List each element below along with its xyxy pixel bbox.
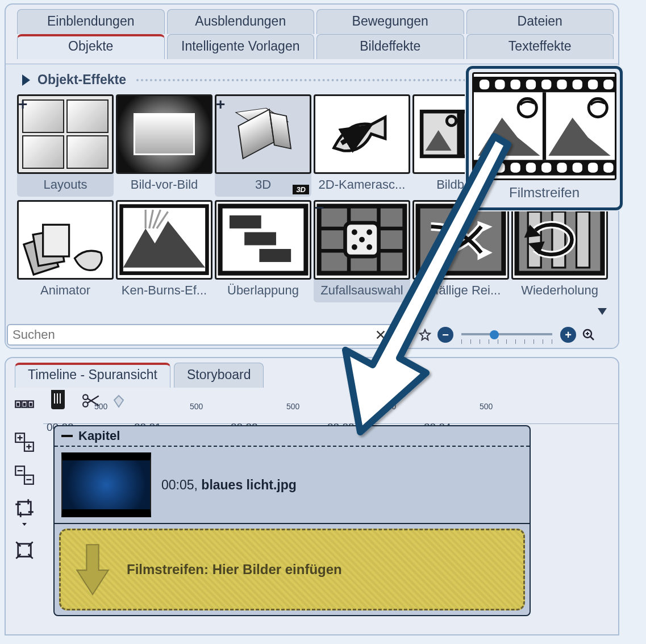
effect-zufallsauswahl[interactable]: − Zufallsauswahl bbox=[314, 200, 410, 302]
ruler-label: 500 bbox=[480, 402, 493, 411]
plus-icon: + bbox=[18, 95, 27, 114]
effect-bild-vor-bild[interactable]: Bild-vor-Bild bbox=[116, 94, 212, 197]
svg-rect-24 bbox=[528, 212, 541, 268]
svg-rect-42 bbox=[510, 163, 520, 172]
svg-point-20 bbox=[366, 244, 372, 250]
svg-rect-44 bbox=[541, 163, 551, 172]
effect-label: Animator bbox=[17, 280, 114, 302]
ruler-label: 500 bbox=[94, 402, 107, 411]
tab-storyboard[interactable]: Storyboard bbox=[174, 363, 264, 388]
effect-zufaellige-reihenfolge[interactable]: Zufällige Rei... bbox=[412, 200, 509, 302]
effect-label: Filmstreifen bbox=[472, 180, 616, 205]
svg-rect-57 bbox=[30, 403, 32, 406]
effect-animator[interactable]: Animator bbox=[17, 200, 114, 302]
svg-point-19 bbox=[352, 244, 357, 250]
svg-rect-25 bbox=[552, 212, 565, 268]
clip-label: 00:05, blaues licht.jpg bbox=[161, 477, 297, 493]
effect-label: Zufallsauswahl bbox=[314, 280, 410, 302]
svg-rect-31 bbox=[480, 80, 489, 89]
svg-rect-38 bbox=[588, 80, 598, 89]
svg-point-17 bbox=[352, 230, 357, 235]
svg-rect-33 bbox=[510, 80, 520, 89]
collapse-icon[interactable] bbox=[22, 74, 30, 86]
svg-rect-8 bbox=[230, 215, 261, 228]
svg-rect-55 bbox=[17, 403, 20, 406]
effect-label: Überlappung bbox=[215, 280, 311, 302]
ruler-label: 500 bbox=[383, 402, 396, 411]
effect-3d[interactable]: + 3D 3D bbox=[215, 94, 311, 197]
timeline-tabs: Timeline - Spuransicht Storyboard bbox=[15, 363, 618, 388]
effect-label: Layouts bbox=[17, 174, 114, 197]
svg-rect-43 bbox=[526, 163, 536, 172]
tab-bildeffekte[interactable]: Bildeffekte bbox=[316, 34, 464, 59]
dropzone-text: Filmstreifen: Hier Bilder einfügen bbox=[127, 562, 342, 577]
zoom-slider[interactable] bbox=[461, 327, 552, 343]
section-title: Objekt-Effekte bbox=[37, 72, 126, 88]
tab-bewegungen[interactable]: Bewegungen bbox=[316, 9, 464, 34]
ruler-label: 500 bbox=[190, 402, 203, 411]
tab-ausblendungen[interactable]: Ausblendungen bbox=[167, 9, 315, 34]
svg-rect-36 bbox=[557, 80, 566, 89]
clip-thumbnail[interactable] bbox=[61, 452, 151, 517]
tab-dateien[interactable]: Dateien bbox=[466, 9, 614, 34]
tabs-row-1: Einblendungen Ausblendungen Bewegungen D… bbox=[17, 9, 614, 34]
tab-timeline-spuransicht[interactable]: Timeline - Spuransicht bbox=[15, 363, 170, 388]
effect-label: Ken-Burns-Ef... bbox=[116, 280, 212, 302]
tab-objekte[interactable]: Objekte bbox=[17, 34, 165, 59]
dropdown-icon[interactable] bbox=[399, 328, 412, 342]
favorite-icon[interactable] bbox=[418, 328, 432, 342]
effect-2d-kameraschwenk[interactable]: 2D-Kamerasc... bbox=[314, 94, 410, 197]
chapter-block[interactable]: Kapitel 00:05, blaues licht.jpg Filmstre… bbox=[53, 425, 531, 616]
svg-rect-10 bbox=[259, 249, 291, 262]
chapter-title: Kapitel bbox=[78, 429, 120, 443]
effect-label: 2D-Kamerasc... bbox=[314, 174, 410, 197]
tab-einblendungen[interactable]: Einblendungen bbox=[17, 9, 165, 34]
effect-ken-burns[interactable]: Ken-Burns-Ef... bbox=[116, 200, 212, 302]
clip-duration: 00:05, bbox=[161, 477, 198, 492]
search-input[interactable] bbox=[12, 327, 374, 342]
tracks-icon[interactable] bbox=[14, 399, 35, 419]
search-box[interactable] bbox=[7, 324, 393, 346]
crop-icon[interactable] bbox=[14, 498, 35, 527]
effect-filmstreifen[interactable]: Filmstreifen bbox=[466, 66, 623, 210]
zoom-in-button[interactable]: + bbox=[560, 327, 576, 343]
timeline-panel: Timeline - Spuransicht Storyboard 00:00 … bbox=[5, 357, 619, 635]
svg-rect-45 bbox=[557, 163, 566, 172]
timeline-ruler[interactable]: 00:00 500 00:01 500 00:02 500 00:03 500 … bbox=[43, 391, 618, 424]
scroll-down-icon[interactable] bbox=[598, 308, 607, 315]
collapse-icon[interactable] bbox=[61, 435, 73, 437]
clip-filename: blaues licht.jpg bbox=[201, 477, 296, 492]
zoom-out-button[interactable]: − bbox=[437, 327, 453, 343]
filmstreifen-dropzone[interactable]: Filmstreifen: Hier Bilder einfügen bbox=[59, 529, 525, 610]
svg-rect-22 bbox=[418, 206, 504, 273]
svg-point-21 bbox=[359, 237, 365, 243]
fit-icon[interactable] bbox=[14, 540, 35, 560]
clear-icon[interactable] bbox=[374, 328, 387, 342]
svg-point-18 bbox=[366, 230, 372, 235]
add-track-icon[interactable] bbox=[14, 432, 35, 452]
remove-track-icon[interactable] bbox=[14, 465, 35, 485]
svg-rect-34 bbox=[526, 80, 536, 89]
svg-rect-40 bbox=[480, 163, 489, 172]
chapter-header[interactable]: Kapitel bbox=[55, 426, 530, 447]
timeline-main: 00:00 500 00:01 500 00:02 500 00:03 500 … bbox=[43, 391, 618, 634]
svg-rect-41 bbox=[495, 163, 505, 172]
svg-rect-47 bbox=[588, 163, 598, 172]
tab-texteffekte[interactable]: Texteffekte bbox=[466, 34, 614, 59]
marker-icon[interactable] bbox=[111, 394, 126, 408]
clip-row[interactable]: 00:05, blaues licht.jpg bbox=[55, 447, 530, 524]
tab-intelligente-vorlagen[interactable]: Intelligente Vorlagen bbox=[167, 34, 315, 59]
svg-rect-56 bbox=[23, 403, 26, 406]
effect-ueberlappung[interactable]: Überlappung bbox=[215, 200, 311, 302]
svg-rect-5 bbox=[43, 225, 69, 257]
svg-rect-46 bbox=[573, 163, 582, 172]
timeline-tools bbox=[6, 391, 43, 634]
playhead-icon[interactable] bbox=[51, 390, 65, 409]
search-zoom-bar: − + bbox=[7, 323, 617, 347]
zoom-fit-icon[interactable] bbox=[582, 328, 595, 342]
effect-wiederholung[interactable]: Wiederholung bbox=[511, 200, 608, 302]
effect-layouts[interactable]: + Layouts bbox=[17, 94, 114, 197]
effect-label: Wiederholung bbox=[511, 280, 608, 302]
plus-icon: + bbox=[216, 95, 225, 114]
svg-rect-9 bbox=[244, 232, 276, 246]
